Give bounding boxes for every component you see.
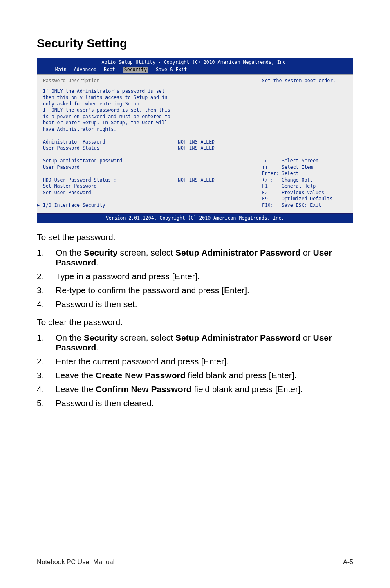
bios-desc-line: If ONLY the Administrator's password is … bbox=[43, 88, 251, 95]
bios-help-row: F2: Previous Values bbox=[262, 190, 349, 196]
bios-label: HDD User Password Status : bbox=[43, 177, 178, 184]
bios-help-text: Save ESC: Exit bbox=[282, 202, 321, 209]
bios-link-io-security: I/O Interface Security bbox=[43, 202, 251, 209]
bios-help-text: Change Opt. bbox=[282, 177, 313, 184]
bios-help-text: Select bbox=[282, 171, 299, 177]
bios-desc-line: only asked for when entering Setup. bbox=[43, 101, 251, 108]
text: Enter the current password and press [En… bbox=[56, 357, 353, 366]
bios-label: User Password Status bbox=[43, 145, 178, 152]
bios-tab-save-exit: Save & Exit bbox=[156, 67, 187, 73]
bios-help-row: F10: Save ESC: Exit bbox=[262, 202, 349, 209]
bios-description: If ONLY the Administrator's password is … bbox=[43, 88, 251, 133]
bios-help-key: Enter: bbox=[262, 171, 282, 177]
bios-header: Aptio Setup Utility - Copyright (C) 2010… bbox=[37, 58, 353, 74]
bios-right-hint: Set the system boot order. bbox=[262, 78, 349, 84]
bios-link-set-master-pw: Set Master Password bbox=[43, 183, 251, 190]
bios-help-text: Optimized Defaults bbox=[282, 196, 333, 202]
set-pw-intro: To set the password: bbox=[37, 232, 353, 242]
section-heading: Security Setting bbox=[37, 37, 353, 50]
bold-text: Setup Administrator Password bbox=[175, 248, 300, 257]
text: Leave the bbox=[56, 370, 96, 380]
text: Password is then cleared. bbox=[56, 398, 353, 408]
bios-left-pane: Password Description If ONLY the Adminis… bbox=[37, 75, 257, 214]
bios-help-text: Previous Values bbox=[282, 190, 324, 196]
bios-help-text: Select Item bbox=[282, 164, 313, 171]
step-4: Leave the Confirm New Password field bla… bbox=[37, 384, 353, 394]
text: Leave the bbox=[56, 384, 96, 394]
set-pw-steps: On the Security screen, select Setup Adm… bbox=[37, 248, 353, 309]
bios-tab-advanced: Advanced bbox=[74, 67, 96, 73]
bios-help-key: F9: bbox=[262, 196, 282, 202]
bios-desc-line: boot or enter Setup. In Setup, the User … bbox=[43, 120, 251, 126]
bios-tab-boot: Boot bbox=[104, 67, 115, 73]
bios-screenshot: Aptio Setup Utility - Copyright (C) 2010… bbox=[37, 58, 353, 223]
footer-right: A-5 bbox=[343, 559, 353, 566]
bios-help-row: F1: General Help bbox=[262, 183, 349, 190]
bios-help-key: F10: bbox=[262, 202, 282, 209]
text: field blank and press [Enter]. bbox=[192, 384, 303, 394]
step-5: Password is then cleared. bbox=[37, 398, 353, 408]
step-4: Password is then set. bbox=[37, 299, 353, 309]
bios-help-key: +/—: bbox=[262, 177, 282, 184]
bios-help-row: Enter: Select bbox=[262, 171, 349, 177]
bios-footer: Version 2.01.1204. Copyright (C) 2010 Am… bbox=[37, 214, 353, 223]
footer-left: Notebook PC User Manual bbox=[37, 559, 114, 566]
bold-text: Security bbox=[84, 333, 118, 342]
bios-desc-line: If ONLY the user's password is set, then… bbox=[43, 107, 251, 114]
bios-row-hdd-user-pw: HDD User Password Status : NOT INSTALLED bbox=[43, 177, 251, 184]
bold-text: Security bbox=[84, 248, 118, 257]
clear-pw-steps: On the Security screen, select Setup Adm… bbox=[37, 333, 353, 408]
text: . bbox=[96, 343, 99, 352]
text: . bbox=[96, 258, 99, 267]
bold-text: Setup Administrator Password bbox=[175, 333, 300, 342]
bios-value: NOT INSTALLED bbox=[178, 139, 215, 146]
bios-tab-main: Main bbox=[55, 67, 67, 73]
step-2: Type in a password and press [Enter]. bbox=[37, 272, 353, 281]
bios-help-row: F9: Optimized Defaults bbox=[262, 196, 349, 202]
bold-text: Confirm New Password bbox=[96, 384, 192, 394]
bios-section-title: Password Description bbox=[43, 78, 251, 84]
bios-row-admin-pw: Administrator Password NOT INSTALLED bbox=[43, 139, 251, 146]
bold-text: Create New Password bbox=[96, 370, 185, 380]
text: On the bbox=[56, 333, 84, 342]
text: or bbox=[300, 333, 313, 342]
bios-help-key: →←: bbox=[262, 158, 282, 164]
bios-help-key: F1: bbox=[262, 183, 282, 190]
step-1: On the Security screen, select Setup Adm… bbox=[37, 333, 353, 352]
step-3: Leave the Create New Password field blan… bbox=[37, 370, 353, 380]
bios-help-key: F2: bbox=[262, 190, 282, 196]
bios-link-setup-admin-pw: Setup administrator password bbox=[43, 158, 251, 164]
text: screen, select bbox=[118, 248, 175, 257]
bios-desc-line: is a power on password and must be enter… bbox=[43, 114, 251, 120]
bios-link-user-pw: User Password bbox=[43, 164, 251, 171]
text: On the bbox=[56, 248, 84, 257]
bios-help-row: +/—: Change Opt. bbox=[262, 177, 349, 184]
text: Re-type to confirm the password and pres… bbox=[56, 285, 353, 295]
step-3: Re-type to confirm the password and pres… bbox=[37, 285, 353, 295]
bios-help-row: →←: Select Screen bbox=[262, 158, 349, 164]
bios-tab-security: Security bbox=[123, 67, 148, 73]
set-password-section: To set the password: On the Security scr… bbox=[37, 232, 353, 408]
bios-desc-line: have Administrator rights. bbox=[43, 126, 251, 133]
bios-help-key: ↑↓: bbox=[262, 164, 282, 171]
text: Type in a password and press [Enter]. bbox=[56, 272, 353, 281]
text: field blank and press [Enter]. bbox=[186, 370, 297, 380]
text: Password is then set. bbox=[56, 299, 353, 309]
page-footer: Notebook PC User Manual A-5 bbox=[37, 556, 353, 566]
bios-row-user-pw-status: User Password Status NOT INSTALLED bbox=[43, 145, 251, 152]
bios-body: Password Description If ONLY the Adminis… bbox=[37, 74, 353, 214]
step-1: On the Security screen, select Setup Adm… bbox=[37, 248, 353, 267]
bios-help-text: Select Screen bbox=[282, 158, 318, 164]
bios-help-text: General Help bbox=[282, 183, 316, 190]
bios-right-pane: Set the system boot order. →←: Select Sc… bbox=[257, 75, 353, 214]
bios-link-set-user-pw: Set User Password bbox=[43, 190, 251, 196]
text: screen, select bbox=[118, 333, 175, 342]
clear-pw-intro: To clear the password: bbox=[37, 317, 353, 327]
bios-title: Aptio Setup Utility - Copyright (C) 2010… bbox=[37, 58, 353, 67]
bios-tab-row: Main Advanced Boot Security Save & Exit bbox=[37, 67, 353, 74]
bios-value: NOT INSTALLED bbox=[178, 145, 215, 152]
bios-help-block: →←: Select Screen ↑↓: Select Item Enter:… bbox=[262, 158, 349, 209]
step-2: Enter the current password and press [En… bbox=[37, 357, 353, 366]
text: or bbox=[300, 248, 313, 257]
bios-value: NOT INSTALLED bbox=[178, 177, 215, 184]
